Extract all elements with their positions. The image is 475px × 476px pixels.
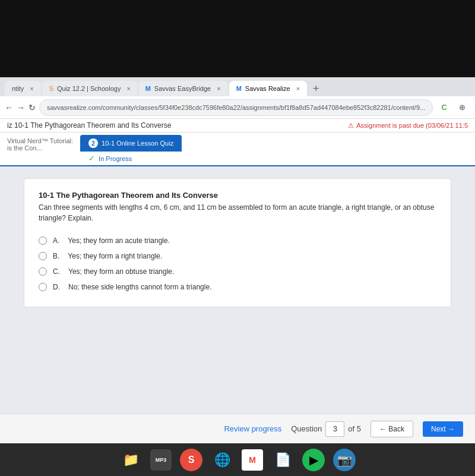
next-nav-button[interactable]: Next → [423, 421, 463, 437]
tab-realize-close[interactable]: × [296, 85, 300, 92]
bottom-bar: Review progress Question of 5 ← Back Nex… [0, 414, 475, 443]
due-text: Assignment is past due (03/06/21 11:5 [356, 122, 468, 129]
back-button[interactable]: ← [5, 99, 13, 116]
radio-b[interactable] [39, 252, 47, 260]
taskbar: 📁 MP3 S 🌐 M 📄 ▶ 📷 [0, 443, 475, 476]
tab-easybridge[interactable]: M Savvas EasyBridge × [138, 81, 228, 96]
option-a-text: Yes; they form an acute triangle. [68, 237, 170, 245]
option-b[interactable]: B. Yes; they form a right triangle. [39, 248, 436, 264]
option-d[interactable]: D. No; these side lengths cannot form a … [39, 279, 436, 295]
assignment-due: ⚠ Assignment is past due (03/06/21 11:5 [348, 122, 468, 130]
radio-c[interactable] [39, 267, 47, 276]
radio-d[interactable] [39, 283, 47, 291]
tab-realize[interactable]: M Savvas Realize × [229, 81, 307, 96]
question-card: 10-1 The Pythagorean Theorem and Its Con… [24, 178, 451, 307]
tab-schoology-label: Quiz 12.2 | Schoology [57, 85, 121, 92]
new-tab-button[interactable]: + [308, 81, 324, 96]
option-c-text: Yes; they form an obtuse triangle. [68, 267, 174, 276]
nav-lesson-label: 10-1 Online Lesson Quiz [102, 140, 173, 147]
taskbar-play-icon[interactable]: ▶ [302, 449, 325, 471]
tab-ntity[interactable]: ntity × [5, 81, 41, 96]
tab-realize-label: Savvas Realize [245, 85, 290, 92]
taskbar-chrome-icon[interactable]: 🌐 [211, 449, 233, 471]
back-nav-button[interactable]: ← Back [370, 421, 413, 437]
quiz-breadcrumb: iz 10-1 The Pythagorean Theorem and Its … [7, 121, 171, 130]
top-black-area [0, 0, 475, 77]
tab-schoology-icon: S [49, 85, 53, 92]
refresh-button[interactable]: ↻ [28, 99, 36, 116]
of-label: of 5 [348, 424, 361, 433]
nav-number: 2 [88, 138, 98, 148]
tab-ntity-label: ntity [12, 85, 24, 92]
taskbar-mp3-icon[interactable]: MP3 [150, 449, 172, 471]
in-progress-label: In Progress [99, 155, 132, 162]
taskbar-gmail-icon[interactable]: M [242, 449, 263, 471]
url-text: savvasrealize.com/community/classes/5f34… [47, 104, 425, 111]
question-section-title: 10-1 The Pythagorean Theorem and Its Con… [39, 191, 436, 200]
option-a-label: A. [53, 237, 59, 245]
option-a[interactable]: A. Yes; they form an acute triangle. [39, 233, 436, 248]
question-counter-label: Question [291, 424, 322, 433]
warning-icon: ⚠ [348, 122, 354, 130]
option-c-label: C. [53, 267, 60, 276]
tab-bar: ntity × S Quiz 12.2 | Schoology × M Savv… [0, 77, 475, 96]
question-text: Can three segments with lengths 4 cm, 6 … [39, 202, 436, 223]
browser-actions: C ⊕ ☰ C ◎ U [436, 100, 475, 115]
nav-left-labels: Virtual Nerd™ Tutorial: is the Con... [7, 135, 73, 165]
taskbar-camera-icon[interactable]: 📷 [333, 449, 356, 471]
browser-action-plus[interactable]: ⊕ [454, 100, 470, 115]
address-bar: ← → ↻ savvasrealize.com/community/classe… [0, 96, 475, 119]
tab-schoology-close[interactable]: × [126, 85, 130, 92]
taskbar-files-icon[interactable]: 📁 [119, 449, 142, 471]
browser-action-c[interactable]: C [436, 100, 452, 115]
forward-button[interactable]: → [17, 99, 25, 116]
browser-window: ntity × S Quiz 12.2 | Schoology × M Savv… [0, 77, 475, 443]
virtual-nerd-label: Virtual Nerd™ Tutorial: [7, 137, 73, 144]
option-b-label: B. [53, 252, 59, 260]
tab-schoology[interactable]: S Quiz 12.2 | Schoology × [42, 81, 137, 96]
tab-ntity-close[interactable]: × [30, 85, 33, 92]
option-d-label: D. [53, 283, 60, 291]
radio-a[interactable] [39, 237, 47, 245]
url-bar[interactable]: savvasrealize.com/community/classes/5f34… [39, 99, 433, 116]
nav-area: Virtual Nerd™ Tutorial: is the Con... 2 … [0, 133, 475, 166]
taskbar-files2-icon[interactable]: 📄 [271, 449, 294, 471]
con-label: is the Con... [7, 144, 73, 152]
review-progress-button[interactable]: Review progress [224, 424, 281, 433]
option-d-text: No; these side lengths cannot form a tri… [68, 283, 211, 291]
tab-realize-icon: M [236, 85, 242, 92]
tab-easybridge-label: Savvas EasyBridge [154, 85, 211, 92]
nav-lesson-quiz[interactable]: 2 10-1 Online Lesson Quiz [80, 135, 182, 152]
question-number-input[interactable] [325, 421, 344, 437]
quiz-header: iz 10-1 The Pythagorean Theorem and Its … [0, 119, 475, 133]
browser-action-menu[interactable]: ☰ [472, 100, 475, 115]
tab-easybridge-close[interactable]: × [217, 85, 220, 92]
taskbar-schoology-icon[interactable]: S [180, 449, 202, 471]
tab-easybridge-icon: M [145, 85, 151, 92]
option-c[interactable]: C. Yes; they form an obtuse triangle. [39, 264, 436, 279]
question-counter: Question of 5 [291, 421, 361, 437]
nav-in-progress[interactable]: ✓ In Progress [80, 152, 182, 165]
main-content: 10-1 The Pythagorean Theorem and Its Con… [0, 166, 475, 414]
option-b-text: Yes; they form a right triangle. [68, 252, 162, 260]
check-icon: ✓ [88, 154, 95, 163]
